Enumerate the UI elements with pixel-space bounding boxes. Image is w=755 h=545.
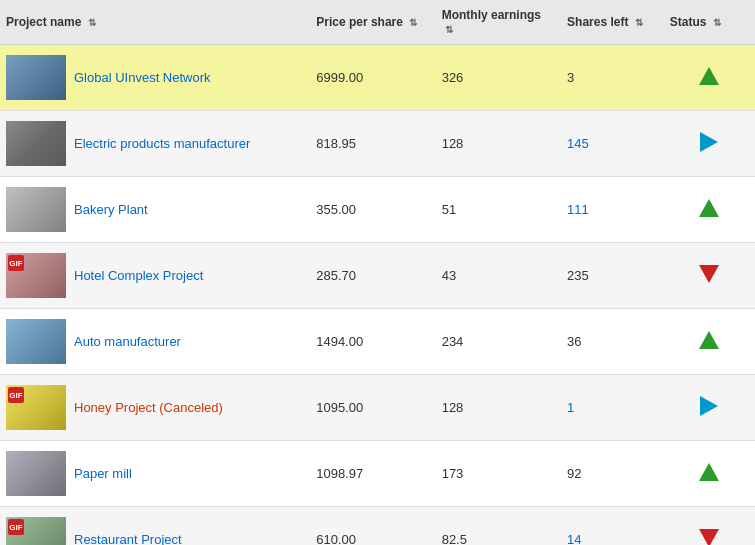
projects-table: Project name ⇅ Price per share ⇅ Monthly… [0,0,755,545]
monthly-earnings-cell: 82.5 [436,507,561,546]
shares-link[interactable]: 1 [567,400,574,415]
status-cell [664,441,755,507]
price-per-share-cell: 285.70 [310,243,435,309]
shares-link[interactable]: 145 [567,136,589,151]
shares-left-cell[interactable]: 14 [561,507,664,546]
monthly-earnings-cell: 234 [436,309,561,375]
project-thumbnail: GIF [6,253,66,298]
header-monthly-earnings[interactable]: Monthly earnings ⇅ [436,0,561,45]
status-cell [664,243,755,309]
monthly-earnings-cell: 128 [436,111,561,177]
shares-left-cell: 36 [561,309,664,375]
monthly-earnings-cell: 326 [436,45,561,111]
header-project-name[interactable]: Project name ⇅ [0,0,310,45]
gif-badge: GIF [8,519,24,535]
shares-left-cell: 235 [561,243,664,309]
table-row: Electric products manufacturer818.951281… [0,111,755,177]
price-per-share-cell: 818.95 [310,111,435,177]
arrow-right-icon [700,396,718,416]
sort-icon-name: ⇅ [88,17,96,28]
project-name-link[interactable]: Electric products manufacturer [74,136,250,151]
table-row: GIFHoney Project (Canceled)1095.001281 [0,375,755,441]
project-name-link[interactable]: Paper mill [74,466,132,481]
shares-left-cell[interactable]: 145 [561,111,664,177]
arrow-down-icon [699,529,719,545]
arrow-up-icon [699,331,719,349]
price-per-share-cell: 1494.00 [310,309,435,375]
gif-badge: GIF [8,387,24,403]
table-row: GIFHotel Complex Project285.7043235 [0,243,755,309]
status-cell [664,507,755,546]
shares-left-cell[interactable]: 1 [561,375,664,441]
project-name-link[interactable]: Global UInvest Network [74,70,211,85]
project-thumbnail [6,451,66,496]
sort-icon-earnings: ⇅ [445,24,453,35]
shares-left-cell: 92 [561,441,664,507]
status-cell [664,309,755,375]
arrow-down-icon [699,265,719,283]
table-header-row: Project name ⇅ Price per share ⇅ Monthly… [0,0,755,45]
sort-icon-shares: ⇅ [635,17,643,28]
shares-link[interactable]: 111 [567,202,589,217]
project-name-link[interactable]: Hotel Complex Project [74,268,203,283]
header-price-per-share[interactable]: Price per share ⇅ [310,0,435,45]
arrow-up-icon [699,67,719,85]
arrow-up-icon [699,463,719,481]
price-per-share-cell: 1095.00 [310,375,435,441]
price-per-share-cell: 355.00 [310,177,435,243]
project-name-link[interactable]: Bakery Plant [74,202,148,217]
monthly-earnings-cell: 173 [436,441,561,507]
table-row: Auto manufacturer1494.0023436 [0,309,755,375]
shares-link[interactable]: 14 [567,532,581,545]
monthly-earnings-cell: 51 [436,177,561,243]
arrow-right-icon [700,132,718,152]
price-per-share-cell: 610.00 [310,507,435,546]
monthly-earnings-cell: 43 [436,243,561,309]
arrow-up-icon [699,199,719,217]
project-thumbnail [6,319,66,364]
sort-icon-price: ⇅ [409,17,417,28]
table-row: GIFRestaurant Project610.0082.514 [0,507,755,546]
status-cell [664,45,755,111]
header-shares-left[interactable]: Shares left ⇅ [561,0,664,45]
project-thumbnail [6,55,66,100]
table-body: Global UInvest Network6999.003263Electri… [0,45,755,546]
table-row: Global UInvest Network6999.003263 [0,45,755,111]
table-row: Bakery Plant355.0051111 [0,177,755,243]
project-name-link[interactable]: Auto manufacturer [74,334,181,349]
header-status[interactable]: Status ⇅ [664,0,755,45]
project-thumbnail [6,121,66,166]
status-cell [664,177,755,243]
shares-left-cell: 3 [561,45,664,111]
sort-icon-status: ⇅ [713,17,721,28]
table-row: Paper mill1098.9717392 [0,441,755,507]
price-per-share-cell: 1098.97 [310,441,435,507]
gif-badge: GIF [8,255,24,271]
monthly-earnings-cell: 128 [436,375,561,441]
project-name-link[interactable]: Honey Project (Canceled) [74,400,223,415]
project-name-link[interactable]: Restaurant Project [74,532,182,545]
project-thumbnail: GIF [6,385,66,430]
project-thumbnail [6,187,66,232]
project-thumbnail: GIF [6,517,66,545]
shares-left-cell[interactable]: 111 [561,177,664,243]
status-cell [664,111,755,177]
status-cell [664,375,755,441]
projects-table-container: Project name ⇅ Price per share ⇅ Monthly… [0,0,755,545]
price-per-share-cell: 6999.00 [310,45,435,111]
